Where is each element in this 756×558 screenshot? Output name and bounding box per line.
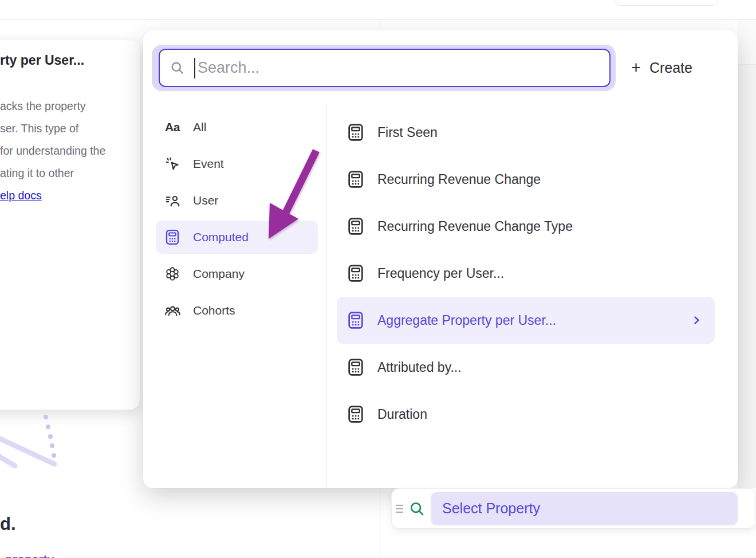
category-label: User <box>193 194 218 207</box>
page: { "tooltip": { "title_fragment": "rty pe… <box>0 0 756 558</box>
tooltip-body-line: ating it to other <box>0 162 105 184</box>
company-icon <box>164 265 181 282</box>
top-right-button-remnant <box>614 0 719 6</box>
category-label: Cohorts <box>193 304 235 317</box>
calculator-icon <box>346 170 365 189</box>
category-company[interactable]: Company <box>156 257 318 290</box>
calculator-icon <box>164 229 181 246</box>
plus-icon: + <box>631 60 641 76</box>
property-label: Attributed by... <box>377 360 462 375</box>
tooltip-body-line: acks the property <box>0 95 105 117</box>
property-item-recurring-revenue-change-type[interactable]: Recurring Revenue Change Type <box>337 203 715 250</box>
chevron-right-icon <box>690 313 703 327</box>
right-background-panel <box>738 19 756 488</box>
right-background-panel-top <box>738 19 756 65</box>
event-cursor-icon <box>164 155 181 172</box>
tooltip-title: rty per User... <box>0 53 84 68</box>
property-label: Duration <box>377 407 427 422</box>
calculator-icon <box>346 123 365 142</box>
category-label: Company <box>193 267 245 281</box>
property-item-attributed-by[interactable]: Attributed by... <box>337 344 715 391</box>
category-computed[interactable]: Computed <box>156 221 318 254</box>
property-item-frequency-per-user[interactable]: Frequency per User... <box>337 250 715 297</box>
search-field[interactable] <box>159 49 611 87</box>
tooltip-body-line: for understanding the <box>0 140 105 162</box>
select-property-button[interactable]: Select Property <box>431 492 738 525</box>
category-label: Computed <box>193 230 249 244</box>
chart-doodle-illustration <box>0 410 74 473</box>
modal-column-divider <box>326 105 327 488</box>
calculator-icon <box>346 404 365 424</box>
create-button-label: Create <box>649 60 692 76</box>
property-item-first-seen[interactable]: First Seen <box>337 109 715 156</box>
calculator-icon <box>346 217 365 236</box>
category-event[interactable]: Event <box>156 147 318 180</box>
category-cohorts[interactable]: Cohorts <box>156 294 318 327</box>
cohorts-icon <box>164 302 181 319</box>
category-label: All <box>193 120 206 134</box>
calculator-icon <box>346 264 365 283</box>
tooltip-body-line: ser. This type of <box>0 117 105 140</box>
category-label: Event <box>193 157 224 171</box>
background-link-fragment[interactable]: property <box>5 552 54 558</box>
property-item-recurring-revenue-change[interactable]: Recurring Revenue Change <box>337 156 715 203</box>
search-input[interactable] <box>198 50 609 86</box>
calculator-icon <box>346 311 365 330</box>
tooltip-body: acks the property ser. This type of for … <box>0 95 105 207</box>
text-caret <box>194 58 195 78</box>
property-selector-card: Select Property <box>391 488 756 529</box>
property-picker-modal: + Create Aa All Event User <box>143 30 738 488</box>
create-button[interactable]: + Create <box>631 52 692 83</box>
property-label: Aggregate Property per User... <box>377 313 556 328</box>
select-property-label: Select Property <box>442 500 540 517</box>
property-item-duration[interactable]: Duration <box>337 391 715 438</box>
drag-handle-icon[interactable] <box>396 502 407 516</box>
category-all[interactable]: Aa All <box>156 111 318 144</box>
text-style-icon: Aa <box>164 119 181 136</box>
user-icon <box>164 192 181 209</box>
property-label: Frequency per User... <box>377 266 504 281</box>
property-item-aggregate-property-per-user[interactable]: Aggregate Property per User... <box>337 297 715 344</box>
property-label: First Seen <box>377 125 438 140</box>
property-label: Recurring Revenue Change <box>377 172 541 187</box>
property-search-icon <box>408 500 426 517</box>
property-help-tooltip: rty per User... acks the property ser. T… <box>0 40 140 410</box>
property-label: Recurring Revenue Change Type <box>377 219 573 234</box>
background-heading-fragment: d. <box>0 514 16 535</box>
search-icon <box>170 60 185 76</box>
category-user[interactable]: User <box>156 184 318 217</box>
calculator-icon <box>346 357 365 377</box>
help-docs-link[interactable]: elp docs <box>0 184 42 207</box>
top-divider-line <box>0 19 756 19</box>
